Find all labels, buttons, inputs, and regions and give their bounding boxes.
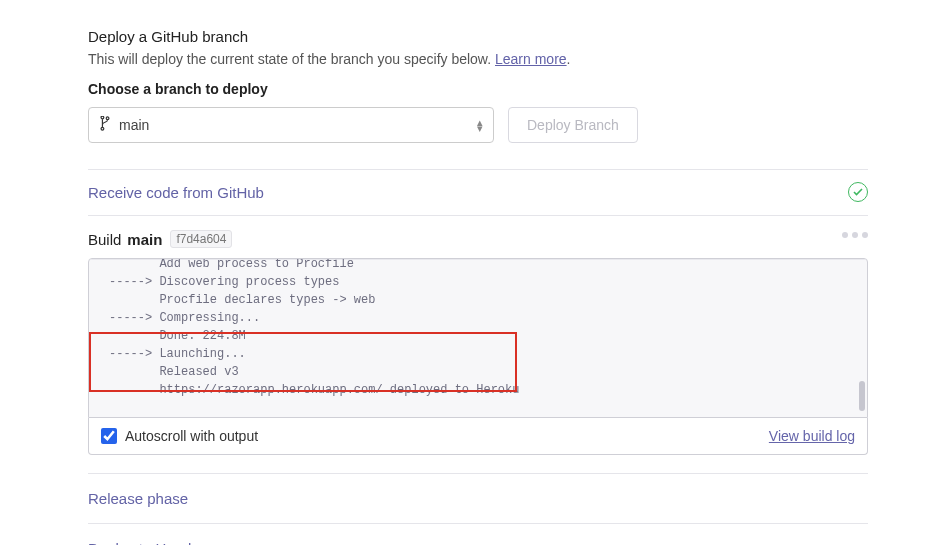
step-deploy-heroku: Deploy to Heroku — [88, 523, 868, 545]
step-receive-code: Receive code from GitHub — [88, 169, 868, 215]
view-build-log-link[interactable]: View build log — [769, 428, 855, 444]
autoscroll-checkbox[interactable] — [101, 428, 117, 444]
branch-icon — [99, 116, 111, 134]
step-title: Deploy to Heroku — [88, 540, 204, 545]
section-subtitle: This will deploy the current state of th… — [88, 51, 868, 67]
deploy-branch-button[interactable]: Deploy Branch — [508, 107, 638, 143]
highlight-box — [89, 332, 517, 392]
build-prefix: Build — [88, 231, 121, 248]
step-release-phase: Release phase — [88, 473, 868, 523]
learn-more-link[interactable]: Learn more — [495, 51, 567, 67]
branch-select[interactable]: main ▴▾ — [88, 107, 494, 143]
branch-label: Choose a branch to deploy — [88, 81, 868, 97]
chevron-updown-icon: ▴▾ — [477, 119, 483, 131]
autoscroll-label: Autoscroll with output — [125, 428, 258, 444]
subtitle-text: This will deploy the current state of th… — [88, 51, 495, 67]
step-title: Release phase — [88, 490, 188, 507]
step-title: Receive code from GitHub — [88, 184, 264, 201]
commit-sha[interactable]: f7d4a604 — [170, 230, 232, 248]
scrollbar-thumb[interactable] — [859, 381, 865, 411]
branch-select-value: main — [119, 117, 149, 133]
step-build: Build main f7d4a604 — [88, 215, 868, 258]
loading-dots-icon — [842, 232, 868, 238]
section-heading: Deploy a GitHub branch — [88, 28, 868, 45]
check-icon — [848, 182, 868, 202]
build-branch: main — [127, 231, 162, 248]
